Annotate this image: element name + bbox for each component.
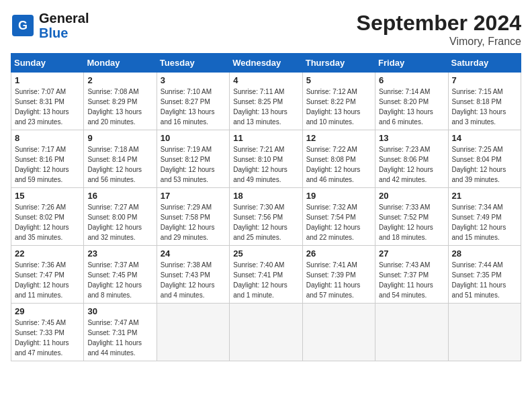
calendar-cell: 25 Sunrise: 7:40 AM Sunset: 7:41 PM Dayl…: [230, 246, 302, 304]
sunset-label: Sunset: 8:14 PM: [87, 156, 137, 163]
sunset-label: Sunset: 8:29 PM: [87, 98, 137, 105]
col-friday: Friday: [375, 54, 448, 73]
sunrise-label: Sunrise: 7:25 AM: [452, 146, 503, 153]
daylight-label: Daylight: 12 hours and 25 minutes.: [233, 224, 287, 241]
day-info: Sunrise: 7:34 AM Sunset: 7:49 PM Dayligh…: [452, 202, 517, 242]
sunrise-label: Sunrise: 7:07 AM: [15, 88, 66, 95]
day-info: Sunrise: 7:27 AM Sunset: 8:00 PM Dayligh…: [87, 202, 152, 242]
daylight-label: Daylight: 12 hours and 15 minutes.: [452, 224, 506, 241]
calendar-cell: 6 Sunrise: 7:14 AM Sunset: 8:20 PM Dayli…: [375, 73, 448, 130]
calendar-cell: 26 Sunrise: 7:41 AM Sunset: 7:39 PM Dayl…: [302, 246, 375, 304]
sunset-label: Sunset: 8:22 PM: [306, 98, 356, 105]
sunrise-label: Sunrise: 7:32 AM: [306, 203, 357, 211]
sunrise-label: Sunrise: 7:29 AM: [161, 203, 212, 211]
sunrise-label: Sunrise: 7:21 AM: [233, 146, 284, 153]
sunset-label: Sunset: 7:41 PM: [233, 271, 283, 279]
day-number: 7: [452, 75, 517, 85]
day-info: Sunrise: 7:47 AM Sunset: 7:31 PM Dayligh…: [87, 318, 152, 358]
calendar-cell: 2 Sunrise: 7:08 AM Sunset: 8:29 PM Dayli…: [84, 73, 157, 130]
day-info: Sunrise: 7:40 AM Sunset: 7:41 PM Dayligh…: [233, 260, 298, 300]
col-tuesday: Tuesday: [157, 54, 229, 73]
calendar-cell: 16 Sunrise: 7:27 AM Sunset: 8:00 PM Dayl…: [84, 188, 157, 246]
header: G General Blue September 2024 Vimory, Fr…: [11, 11, 521, 48]
day-number: 29: [15, 306, 80, 316]
day-info: Sunrise: 7:32 AM Sunset: 7:54 PM Dayligh…: [306, 202, 371, 242]
day-info: Sunrise: 7:18 AM Sunset: 8:14 PM Dayligh…: [87, 144, 152, 185]
daylight-label: Daylight: 12 hours and 11 minutes.: [15, 281, 69, 299]
calendar-cell: 10 Sunrise: 7:19 AM Sunset: 8:12 PM Dayl…: [157, 130, 229, 188]
sunrise-label: Sunrise: 7:27 AM: [87, 203, 138, 211]
calendar-cell: 21 Sunrise: 7:34 AM Sunset: 7:49 PM Dayl…: [448, 188, 521, 246]
calendar-cell: 13 Sunrise: 7:23 AM Sunset: 8:06 PM Dayl…: [375, 130, 448, 188]
sunrise-label: Sunrise: 7:22 AM: [306, 146, 357, 153]
day-number: 24: [161, 248, 226, 259]
sunrise-label: Sunrise: 7:14 AM: [379, 88, 430, 95]
day-number: 9: [87, 133, 152, 143]
day-number: 15: [15, 191, 80, 201]
sunset-label: Sunset: 8:06 PM: [379, 156, 429, 163]
calendar-cell: 12 Sunrise: 7:22 AM Sunset: 8:08 PM Dayl…: [302, 130, 375, 188]
col-monday: Monday: [84, 54, 157, 73]
sunrise-label: Sunrise: 7:19 AM: [161, 146, 212, 153]
day-info: Sunrise: 7:19 AM Sunset: 8:12 PM Dayligh…: [161, 144, 226, 185]
day-info: Sunrise: 7:14 AM Sunset: 8:20 PM Dayligh…: [379, 87, 444, 127]
sunrise-label: Sunrise: 7:18 AM: [87, 146, 138, 153]
day-info: Sunrise: 7:25 AM Sunset: 8:04 PM Dayligh…: [452, 144, 517, 185]
day-number: 23: [87, 248, 152, 259]
day-info: Sunrise: 7:08 AM Sunset: 8:29 PM Dayligh…: [87, 87, 152, 127]
sunset-label: Sunset: 7:49 PM: [452, 214, 502, 221]
calendar-cell: 5 Sunrise: 7:12 AM Sunset: 8:22 PM Dayli…: [302, 73, 375, 130]
col-sunday: Sunday: [11, 54, 84, 73]
daylight-label: Daylight: 13 hours and 10 minutes.: [306, 108, 361, 126]
sunset-label: Sunset: 8:20 PM: [379, 98, 429, 105]
calendar-cell: 19 Sunrise: 7:32 AM Sunset: 7:54 PM Dayl…: [302, 188, 375, 246]
sunrise-label: Sunrise: 7:44 AM: [452, 261, 503, 269]
day-info: Sunrise: 7:37 AM Sunset: 7:45 PM Dayligh…: [87, 260, 152, 300]
month-title: September 2024: [357, 11, 521, 36]
daylight-label: Daylight: 13 hours and 16 minutes.: [161, 108, 215, 126]
day-number: 18: [233, 191, 298, 201]
sunset-label: Sunset: 8:18 PM: [452, 98, 502, 105]
daylight-label: Daylight: 12 hours and 42 minutes.: [379, 166, 433, 183]
daylight-label: Daylight: 11 hours and 51 minutes.: [452, 281, 506, 299]
calendar-week-row: 22 Sunrise: 7:36 AM Sunset: 7:47 PM Dayl…: [11, 246, 521, 304]
day-number: 10: [161, 133, 226, 143]
calendar-week-row: 1 Sunrise: 7:07 AM Sunset: 8:31 PM Dayli…: [11, 73, 521, 130]
calendar-cell: 3 Sunrise: 7:10 AM Sunset: 8:27 PM Dayli…: [157, 73, 229, 130]
day-info: Sunrise: 7:21 AM Sunset: 8:10 PM Dayligh…: [233, 144, 298, 185]
calendar-cell: 22 Sunrise: 7:36 AM Sunset: 7:47 PM Dayl…: [11, 246, 84, 304]
daylight-label: Daylight: 12 hours and 46 minutes.: [306, 166, 361, 183]
sunset-label: Sunset: 7:52 PM: [379, 214, 429, 221]
day-info: Sunrise: 7:38 AM Sunset: 7:43 PM Dayligh…: [161, 260, 226, 300]
sunrise-label: Sunrise: 7:15 AM: [452, 88, 503, 95]
sunset-label: Sunset: 7:39 PM: [306, 271, 356, 279]
day-number: 28: [452, 248, 517, 259]
calendar-header-row: Sunday Monday Tuesday Wednesday Thursday…: [11, 54, 521, 73]
day-number: 26: [306, 248, 371, 259]
sunrise-label: Sunrise: 7:36 AM: [15, 261, 66, 269]
page-container: G General Blue September 2024 Vimory, Fr…: [11, 11, 521, 361]
sunrise-label: Sunrise: 7:11 AM: [233, 88, 284, 95]
sunset-label: Sunset: 8:25 PM: [233, 98, 283, 105]
calendar-cell: 4 Sunrise: 7:11 AM Sunset: 8:25 PM Dayli…: [230, 73, 302, 130]
day-number: 8: [15, 133, 80, 143]
sunrise-label: Sunrise: 7:33 AM: [379, 203, 430, 211]
sunrise-label: Sunrise: 7:17 AM: [15, 146, 66, 153]
sunrise-label: Sunrise: 7:40 AM: [233, 261, 284, 269]
sunset-label: Sunset: 7:35 PM: [452, 271, 502, 279]
daylight-label: Daylight: 12 hours and 1 minute.: [233, 281, 287, 299]
day-number: 14: [452, 133, 517, 143]
day-number: 20: [379, 191, 444, 201]
day-info: Sunrise: 7:29 AM Sunset: 7:58 PM Dayligh…: [161, 202, 226, 242]
calendar-cell: 20 Sunrise: 7:33 AM Sunset: 7:52 PM Dayl…: [375, 188, 448, 246]
day-number: 11: [233, 133, 298, 143]
sunset-label: Sunset: 7:37 PM: [379, 271, 429, 279]
calendar-week-row: 15 Sunrise: 7:26 AM Sunset: 8:02 PM Dayl…: [11, 188, 521, 246]
sunset-label: Sunset: 7:56 PM: [233, 214, 283, 221]
logo: G General Blue: [11, 11, 89, 40]
day-info: Sunrise: 7:12 AM Sunset: 8:22 PM Dayligh…: [306, 87, 371, 127]
col-wednesday: Wednesday: [230, 54, 302, 73]
sunset-label: Sunset: 7:43 PM: [161, 271, 210, 279]
daylight-label: Daylight: 12 hours and 59 minutes.: [15, 166, 69, 183]
calendar-cell: 28 Sunrise: 7:44 AM Sunset: 7:35 PM Dayl…: [448, 246, 521, 304]
